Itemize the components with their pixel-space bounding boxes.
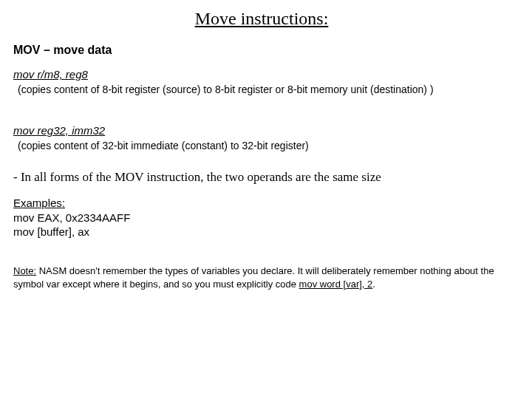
syntax-form-1: mov r/m8, reg8 (13, 68, 510, 82)
examples-label: Examples: (13, 197, 510, 211)
example-line-2: mov [buffer], ax (13, 225, 510, 239)
desc-form-2: (copies content of 32-bit immediate (con… (18, 140, 510, 153)
desc-form-1: (copies content of 8-bit register (sourc… (18, 83, 510, 97)
note-code: mov word [var], 2 (299, 279, 373, 290)
slide: Move instructions: MOV – move data mov r… (0, 0, 532, 399)
slide-title: Move instructions: (13, 7, 510, 30)
mnemonic-heading: MOV – move data (13, 43, 510, 58)
note-tail: . (372, 279, 375, 290)
note-body: NASM doesn't remember the types of varia… (13, 265, 494, 290)
note-label: Note: (13, 265, 36, 276)
note-block: Note: NASM doesn't remember the types of… (13, 265, 510, 290)
size-rule: - In all forms of the MOV instruction, t… (13, 169, 510, 185)
example-line-1: mov EAX, 0x2334AAFF (13, 211, 510, 225)
syntax-form-2: mov reg32, imm32 (13, 124, 510, 138)
